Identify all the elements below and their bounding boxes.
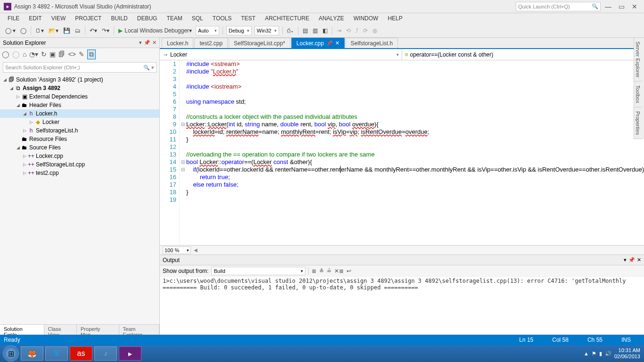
- doc-tab[interactable]: SelfstorageList.h: [346, 38, 398, 48]
- menu-debug[interactable]: DEBUG: [132, 15, 162, 22]
- home-icon[interactable]: ⌂: [23, 50, 26, 58]
- system-tray[interactable]: ▲ ⚑ ▮ 🔊 10:31 AM 02/06/2013: [584, 347, 642, 360]
- menu-window[interactable]: WINDOW: [349, 15, 383, 22]
- start-debug-button[interactable]: ▶Local Windows Debugger ▾: [116, 25, 194, 36]
- menu-project[interactable]: PROJECT: [70, 15, 106, 22]
- menu-test[interactable]: TEST: [236, 15, 260, 22]
- tree-header-files[interactable]: ◢🖿Header Files: [0, 101, 159, 109]
- tray-sound-icon[interactable]: 🔊: [605, 351, 611, 357]
- tree-locker-class[interactable]: ▷◆Locker: [0, 118, 159, 126]
- tree-locker-cpp[interactable]: ▷++Locker.cpp: [0, 152, 159, 160]
- menu-edit[interactable]: EDIT: [24, 15, 46, 22]
- right-tab[interactable]: Server Explorer: [634, 38, 642, 82]
- preview-icon[interactable]: ✎: [79, 50, 84, 58]
- config-target-dropdown[interactable]: Win32▾: [255, 26, 279, 35]
- menu-team[interactable]: TEAM: [162, 15, 187, 22]
- config-platform-dropdown[interactable]: Auto▾: [196, 26, 219, 35]
- code-content[interactable]: #include <sstream>#include "Locker.h"#in…: [186, 60, 644, 245]
- step-icon-5[interactable]: ◍: [371, 25, 379, 36]
- tree-test2-cpp[interactable]: ▷++test2.cpp: [0, 169, 159, 177]
- menu-file[interactable]: FILE: [3, 15, 24, 22]
- solexp-tab[interactable]: Class View: [44, 325, 77, 335]
- taskbar-lastfm-icon[interactable]: as: [70, 346, 92, 361]
- right-tab[interactable]: Toolbox: [634, 82, 642, 107]
- pin-icon[interactable]: 📌: [628, 257, 635, 263]
- menu-analyze[interactable]: ANALYZE: [314, 15, 349, 22]
- save-button[interactable]: 💾: [61, 25, 72, 36]
- output-clear-icon[interactable]: ✕≣: [334, 268, 344, 274]
- tray-network-icon[interactable]: ▮: [599, 351, 602, 357]
- member-dropdown[interactable]: ≡operator==(Locker const & other)▾: [402, 49, 644, 60]
- menu-sql[interactable]: SQL: [187, 15, 208, 22]
- scope-dropdown[interactable]: →Locker▾: [160, 49, 402, 60]
- show-all-icon[interactable]: 🗐: [58, 50, 65, 58]
- refresh-icon[interactable]: ↻: [41, 50, 47, 58]
- code-editor[interactable]: 12345678910111213141516171819 ⊟⊟⊟ #inclu…: [160, 60, 644, 245]
- tree-source-files[interactable]: ◢🖿Source Files: [0, 143, 159, 152]
- menu-build[interactable]: BUILD: [106, 15, 132, 22]
- nav-back-button[interactable]: ◯ ▾: [3, 25, 17, 36]
- pin-icon[interactable]: 📌: [144, 40, 150, 46]
- comment-out-icon[interactable]: ▤: [301, 25, 310, 36]
- taskbar-skype-icon[interactable]: S: [45, 346, 68, 361]
- minimize-button[interactable]: —: [603, 3, 614, 10]
- save-all-button[interactable]: 🗂: [73, 25, 83, 36]
- doc-tab[interactable]: test2.cpp: [194, 38, 228, 48]
- output-source-dropdown[interactable]: Build▾: [211, 267, 305, 275]
- new-project-button[interactable]: 🗋▾: [33, 25, 46, 36]
- output-wrap-icon[interactable]: ↩: [347, 268, 351, 274]
- sync-icon[interactable]: ◔▾: [29, 50, 38, 58]
- taskbar-itunes-icon[interactable]: ♪: [94, 346, 117, 361]
- view-class-icon[interactable]: ⧉: [87, 49, 96, 59]
- nav-fwd-button[interactable]: ◯: [18, 25, 28, 36]
- solexp-tab[interactable]: Property Man...: [77, 325, 119, 335]
- redo-button[interactable]: ↷▾: [100, 25, 111, 36]
- tree-resource-files[interactable]: 🖿Resource Files: [0, 135, 159, 143]
- start-button[interactable]: ⊞: [3, 346, 19, 362]
- doc-tab[interactable]: SelfStorageList.cpp*: [229, 38, 290, 48]
- panel-dropdown-icon[interactable]: ▾: [139, 40, 142, 46]
- solexp-tab[interactable]: Solution Explo...: [0, 325, 44, 335]
- fold-column[interactable]: ⊟⊟⊟: [180, 60, 186, 245]
- output-goto-icon[interactable]: ≣: [312, 268, 316, 274]
- config-solution-dropdown[interactable]: Debug▾: [226, 26, 251, 35]
- panel-close-icon[interactable]: ✕: [152, 40, 157, 46]
- zoom-dropdown[interactable]: 100 %▾: [163, 247, 191, 254]
- tree-solution-node[interactable]: ◢🗐Solution 'Assign 3 4892' (1 project): [0, 75, 159, 84]
- output-prev-icon[interactable]: ≜: [319, 268, 324, 274]
- right-tab[interactable]: Properties: [634, 107, 642, 139]
- toolbar-icon[interactable]: ⎙▾: [285, 25, 296, 36]
- output-text[interactable]: 1>c:\users\wood\documents\visual studio …: [160, 277, 644, 335]
- quick-launch-input[interactable]: Quick Launch (Ctrl+Q) 🔍: [516, 2, 601, 11]
- menu-view[interactable]: VIEW: [47, 15, 71, 22]
- back-icon[interactable]: ◯: [2, 50, 9, 58]
- open-button[interactable]: 📂▾: [47, 25, 60, 36]
- taskbar-firefox-icon[interactable]: 🦊: [21, 346, 43, 361]
- maximize-button[interactable]: ▭: [616, 3, 627, 10]
- menu-architecture[interactable]: ARCHITECTURE: [260, 15, 314, 22]
- step-icon-1[interactable]: ⇥: [335, 25, 343, 36]
- menu-help[interactable]: HELP: [383, 15, 407, 22]
- tree-ext-deps[interactable]: ▷▣External Dependencies: [0, 92, 159, 101]
- bookmark-icon[interactable]: ◧: [321, 25, 330, 36]
- doc-tab[interactable]: Locker.h: [162, 38, 193, 48]
- tray-action-icon[interactable]: ⚑: [592, 351, 596, 357]
- step-icon-4[interactable]: ⟳: [361, 25, 370, 36]
- solution-tree[interactable]: ◢🗐Solution 'Assign 3 4892' (1 project) ◢…: [0, 74, 159, 324]
- undo-button[interactable]: ↶▾: [88, 25, 99, 36]
- panel-dropdown-icon[interactable]: ▾: [624, 257, 627, 263]
- menu-tools[interactable]: TOOLS: [208, 15, 236, 22]
- close-button[interactable]: ✕: [629, 3, 640, 10]
- tree-selfstoragelist-h[interactable]: ▷hSelfstorageList.h: [0, 126, 159, 135]
- step-icon-3[interactable]: ⤴: [354, 25, 360, 36]
- panel-close-icon[interactable]: ✕: [637, 257, 641, 263]
- taskbar-vs-icon[interactable]: ▸: [119, 346, 141, 361]
- output-next-icon[interactable]: ≟: [327, 268, 331, 274]
- uncomment-icon[interactable]: ▥: [311, 25, 320, 36]
- tree-locker-h[interactable]: ◢hLocker.h: [0, 109, 159, 118]
- solution-search-input[interactable]: Search Solution Explorer (Ctrl+;) 🔍 ▾: [3, 62, 157, 73]
- fwd-icon[interactable]: ◯: [12, 50, 20, 58]
- collapse-icon[interactable]: ▣: [50, 50, 56, 58]
- hscroll-left-icon[interactable]: ◀: [194, 247, 198, 253]
- solexp-tab[interactable]: Team Explorer: [119, 325, 159, 335]
